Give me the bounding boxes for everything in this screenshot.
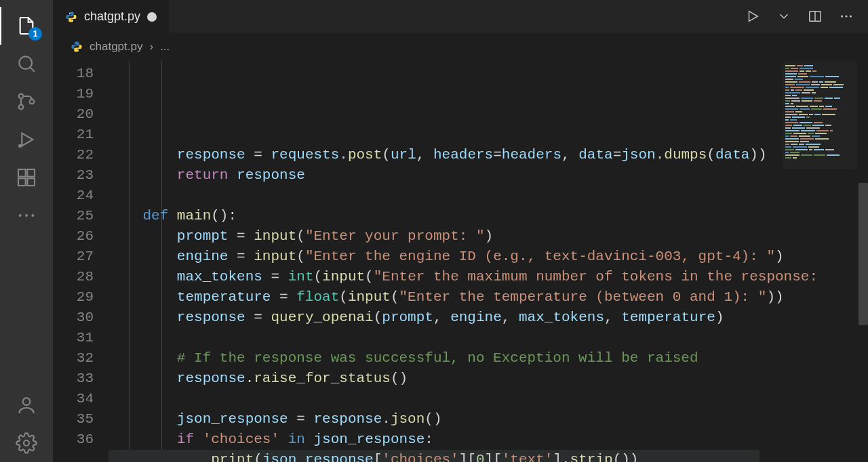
svg-point-17 bbox=[841, 15, 843, 17]
run-file-button[interactable] bbox=[739, 3, 766, 30]
code-line[interactable]: engine = input("Enter the engine ID (e.g… bbox=[108, 247, 868, 267]
line-number: 29 bbox=[53, 287, 94, 308]
explorer-icon[interactable]: 1 bbox=[0, 7, 53, 45]
line-number: 22 bbox=[53, 145, 94, 165]
code-line[interactable]: temperature = float(input("Enter the tem… bbox=[108, 287, 868, 308]
svg-point-12 bbox=[23, 398, 31, 405]
dirty-indicator-icon bbox=[147, 12, 157, 22]
explorer-badge: 1 bbox=[28, 27, 42, 41]
chevron-right-icon: › bbox=[149, 40, 153, 54]
svg-point-4 bbox=[18, 144, 22, 148]
line-number: 23 bbox=[53, 165, 94, 186]
activity-bar: 1 bbox=[0, 0, 53, 462]
more-icon[interactable] bbox=[0, 196, 53, 234]
line-number: 24 bbox=[53, 186, 94, 206]
python-file-icon bbox=[71, 41, 83, 53]
svg-point-10 bbox=[25, 214, 28, 217]
settings-gear-icon[interactable] bbox=[0, 424, 53, 462]
code-line[interactable]: # If the response was successful, no Exc… bbox=[108, 348, 868, 369]
svg-rect-6 bbox=[27, 169, 35, 177]
code-line[interactable]: json_response = response.json() bbox=[108, 409, 868, 429]
code-line[interactable]: def main(): bbox=[108, 206, 868, 226]
line-number: 33 bbox=[53, 369, 94, 389]
code-line[interactable]: return response bbox=[108, 165, 868, 186]
svg-rect-7 bbox=[18, 178, 26, 186]
more-actions-button[interactable] bbox=[833, 3, 860, 30]
breadcrumb[interactable]: chatgpt.py › ... bbox=[53, 33, 868, 61]
python-file-icon bbox=[65, 11, 77, 23]
account-icon[interactable] bbox=[0, 386, 53, 424]
svg-point-13 bbox=[24, 440, 29, 446]
split-editor-button[interactable] bbox=[802, 3, 829, 30]
code-line[interactable]: response = query_openai(prompt, engine, … bbox=[108, 308, 868, 328]
svg-point-9 bbox=[19, 214, 22, 217]
code-line[interactable] bbox=[108, 186, 868, 206]
line-number: 25 bbox=[53, 206, 94, 226]
run-dropdown-button[interactable] bbox=[770, 3, 797, 30]
line-number-gutter: 18192021222324252627282930313233343536 bbox=[53, 61, 108, 462]
breadcrumb-symbol: ... bbox=[160, 40, 170, 54]
extensions-icon[interactable] bbox=[0, 159, 53, 196]
code-line[interactable]: response = requests.post(url, headers=he… bbox=[108, 145, 868, 165]
line-number: 32 bbox=[53, 348, 94, 369]
tab-chatgpt-py[interactable]: chatgpt.py bbox=[53, 0, 169, 33]
line-number: 31 bbox=[53, 328, 94, 348]
run-debug-icon[interactable] bbox=[0, 121, 53, 159]
svg-point-3 bbox=[30, 100, 35, 104]
svg-point-18 bbox=[845, 15, 847, 17]
svg-point-19 bbox=[850, 15, 852, 17]
line-number: 20 bbox=[53, 104, 94, 125]
line-number: 27 bbox=[53, 247, 94, 267]
svg-point-11 bbox=[31, 214, 34, 217]
line-number: 28 bbox=[53, 267, 94, 287]
breadcrumb-file: chatgpt.py bbox=[90, 40, 142, 54]
svg-rect-5 bbox=[18, 169, 26, 177]
code-editor[interactable]: 18192021222324252627282930313233343536 r… bbox=[53, 61, 868, 462]
svg-point-14 bbox=[69, 13, 71, 14]
search-icon[interactable] bbox=[0, 45, 53, 83]
code-line[interactable]: print(json_response['choices'][0]['text'… bbox=[108, 450, 868, 462]
source-control-icon[interactable] bbox=[0, 83, 53, 121]
line-number: 26 bbox=[53, 226, 94, 247]
code-line[interactable]: if 'choices' in json_response: bbox=[108, 429, 868, 450]
line-number: 21 bbox=[53, 125, 94, 145]
svg-point-15 bbox=[73, 20, 74, 21]
line-number: 34 bbox=[53, 389, 94, 409]
line-number: 30 bbox=[53, 308, 94, 328]
code-line[interactable]: max_tokens = int(input("Enter the maximu… bbox=[108, 267, 868, 287]
code-line[interactable] bbox=[108, 328, 868, 348]
line-number: 35 bbox=[53, 409, 94, 429]
line-number: 18 bbox=[53, 64, 94, 84]
code-area[interactable]: response = requests.post(url, headers=he… bbox=[108, 61, 868, 462]
line-number: 36 bbox=[53, 429, 94, 450]
svg-point-1 bbox=[19, 94, 24, 99]
line-number: 19 bbox=[53, 84, 94, 104]
tab-bar: chatgpt.py bbox=[53, 0, 868, 33]
tab-label: chatgpt.py bbox=[84, 9, 140, 24]
code-line[interactable]: response.raise_for_status() bbox=[108, 369, 868, 389]
code-line[interactable]: prompt = input("Enter your prompt: ") bbox=[108, 226, 868, 247]
svg-point-0 bbox=[19, 56, 32, 69]
code-line[interactable] bbox=[108, 389, 868, 409]
svg-rect-8 bbox=[27, 178, 35, 186]
svg-point-2 bbox=[19, 105, 24, 110]
